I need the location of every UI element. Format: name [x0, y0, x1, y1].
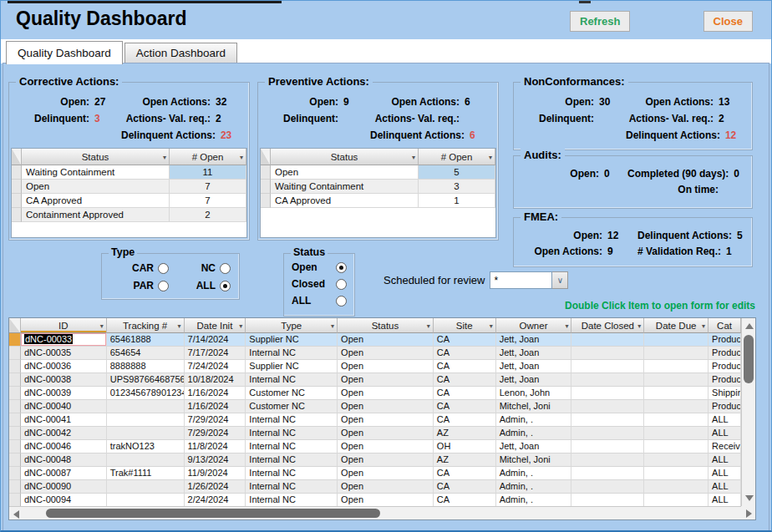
cell-id[interactable]: dNC-00040 [21, 400, 107, 413]
status-summary-row[interactable]: Open 7 [12, 180, 246, 194]
cell-id[interactable]: dNC-00038 [21, 373, 107, 387]
cell-date-closed[interactable] [571, 413, 644, 427]
cell-type[interactable]: Internal NC [246, 467, 338, 480]
column-header-open[interactable]: # Open ▾ [419, 149, 495, 165]
cell-date-closed[interactable] [571, 400, 644, 413]
dropdown-arrow-icon[interactable]: ▾ [239, 322, 242, 329]
cell-tracking[interactable] [107, 453, 185, 467]
status-summary-row[interactable]: Containment Approved 2 [12, 208, 246, 222]
radio-button-icon[interactable] [336, 296, 347, 307]
tab-action-dashboard[interactable]: Action Dashboard [124, 43, 237, 63]
cell-owner[interactable]: Jett, Joan [496, 360, 572, 373]
column-header-date-closed[interactable]: Date Closed▾ [571, 318, 644, 333]
cell-date-due[interactable] [644, 453, 709, 467]
cell-tracking[interactable]: 012345678901234 [107, 387, 185, 400]
cell-site[interactable]: CA [434, 400, 496, 413]
cell-status[interactable]: Open [338, 373, 434, 387]
cell-category[interactable]: ALL [709, 413, 741, 427]
cell-status[interactable]: Open [338, 400, 434, 413]
dropdown-arrow-icon[interactable]: ▾ [565, 322, 568, 329]
table-row[interactable]: dNC-00041 7/29/2024 Internal NC Open CA … [9, 413, 741, 427]
row-selector[interactable] [12, 180, 22, 194]
radio-option-closed[interactable]: Closed [292, 278, 347, 290]
table-row[interactable]: dNC-00094 2/24/2024 Internal NC Open CA … [9, 494, 741, 507]
cell-date-due[interactable] [644, 400, 709, 413]
cell-id[interactable]: dNC-00039 [21, 387, 107, 400]
cell-tracking[interactable] [107, 413, 185, 427]
column-header-category[interactable]: Cat [709, 318, 741, 333]
status-cell[interactable]: CA Approved [271, 194, 419, 208]
cell-date-due[interactable] [644, 413, 709, 427]
cell-type[interactable]: Internal NC [246, 494, 338, 507]
cell-date-due[interactable] [644, 360, 709, 373]
cell-owner[interactable]: Jett, Joan [496, 333, 572, 347]
cell-category[interactable]: Produc [709, 333, 741, 347]
cell-owner[interactable]: Jett, Joan [496, 440, 572, 453]
cell-date-due[interactable] [644, 373, 709, 387]
cell-status[interactable]: Open [338, 453, 434, 467]
cell-category[interactable]: Receivi [709, 440, 741, 453]
record-selector[interactable] [9, 400, 21, 413]
cell-tracking[interactable] [107, 400, 185, 413]
cell-category[interactable]: ALL [709, 453, 741, 467]
select-all-corner[interactable] [261, 149, 271, 165]
status-summary-row[interactable]: CA Approved 1 [261, 194, 495, 208]
cell-tracking[interactable] [107, 494, 185, 507]
sort-filter-arrow-icon[interactable]: ▾ [100, 322, 104, 329]
column-header-type[interactable]: Type▾ [246, 318, 338, 333]
cell-site[interactable]: CA [434, 347, 496, 360]
status-cell[interactable]: Waiting Containment [271, 180, 419, 194]
cell-date-closed[interactable] [571, 440, 644, 453]
cell-date-closed[interactable] [571, 453, 644, 467]
cell-category[interactable]: Produc [709, 347, 741, 360]
record-selector[interactable] [9, 413, 21, 427]
record-selector[interactable] [9, 494, 21, 507]
cell-date-closed[interactable] [571, 494, 644, 507]
cell-category[interactable]: ALL [709, 427, 741, 440]
cell-site[interactable]: AZ [434, 453, 496, 467]
cell-date-init[interactable]: 7/29/2024 [185, 413, 246, 427]
cell-type[interactable]: Internal NC [246, 453, 338, 467]
cell-date-closed[interactable] [571, 467, 644, 480]
cell-tracking[interactable]: 65461888 [107, 333, 185, 347]
record-selector[interactable] [9, 360, 21, 373]
radio-button-selected-icon[interactable] [336, 262, 347, 273]
cell-site[interactable]: OH [434, 440, 496, 453]
column-header-tracking[interactable]: Tracking #▾ [107, 318, 185, 333]
radio-option-all[interactable]: ALL [169, 280, 231, 291]
cell-date-due[interactable] [644, 427, 709, 440]
cell-tracking[interactable]: UPS98766468756 [107, 373, 185, 387]
cell-owner[interactable]: Mitchel, Joni [496, 400, 572, 413]
record-selector[interactable] [9, 480, 21, 494]
table-row[interactable]: dNC-00035 654654 7/17/2024 Internal NC O… [9, 347, 741, 360]
cell-date-init[interactable]: 7/17/2024 [185, 347, 246, 360]
cell-type[interactable]: Customer NC [246, 387, 338, 400]
cell-type[interactable]: Internal NC [246, 347, 338, 360]
table-row[interactable]: dNC-00090 1/26/2024 Internal NC Open CA … [9, 480, 741, 494]
cell-date-init[interactable]: 2/24/2024 [185, 494, 246, 507]
row-selector[interactable] [12, 194, 22, 208]
table-row[interactable]: dNC-00042 7/29/2024 Internal NC Open AZ … [9, 427, 741, 440]
cell-tracking[interactable] [107, 427, 185, 440]
status-cell[interactable]: CA Approved [22, 194, 170, 208]
record-selector[interactable] [9, 440, 21, 453]
radio-button-icon[interactable] [158, 263, 169, 274]
status-cell[interactable]: Waiting Containment [22, 165, 170, 180]
cell-status[interactable]: Open [338, 347, 434, 360]
column-header-id[interactable]: ID▾ [21, 318, 107, 333]
radio-option-car[interactable]: CAR [107, 262, 169, 274]
cell-category[interactable]: ALL [709, 494, 741, 507]
dropdown-arrow-icon[interactable]: ▾ [163, 153, 166, 160]
cell-id[interactable]: dNC-00033 [21, 333, 107, 347]
radio-button-selected-icon[interactable] [220, 281, 231, 291]
cell-site[interactable]: CA [434, 360, 496, 373]
cell-date-due[interactable] [644, 494, 709, 507]
dropdown-arrow-icon[interactable]: ▾ [331, 322, 334, 329]
cell-status[interactable]: Open [338, 387, 434, 400]
cell-id[interactable]: dNC-00041 [21, 413, 107, 427]
dropdown-arrow-icon[interactable]: ▾ [240, 153, 243, 160]
cell-date-init[interactable]: 10/18/2024 [185, 373, 246, 387]
cell-date-init[interactable]: 1/16/2024 [185, 400, 246, 413]
select-all-corner[interactable] [12, 149, 22, 165]
cell-id[interactable]: dNC-00048 [21, 453, 107, 467]
